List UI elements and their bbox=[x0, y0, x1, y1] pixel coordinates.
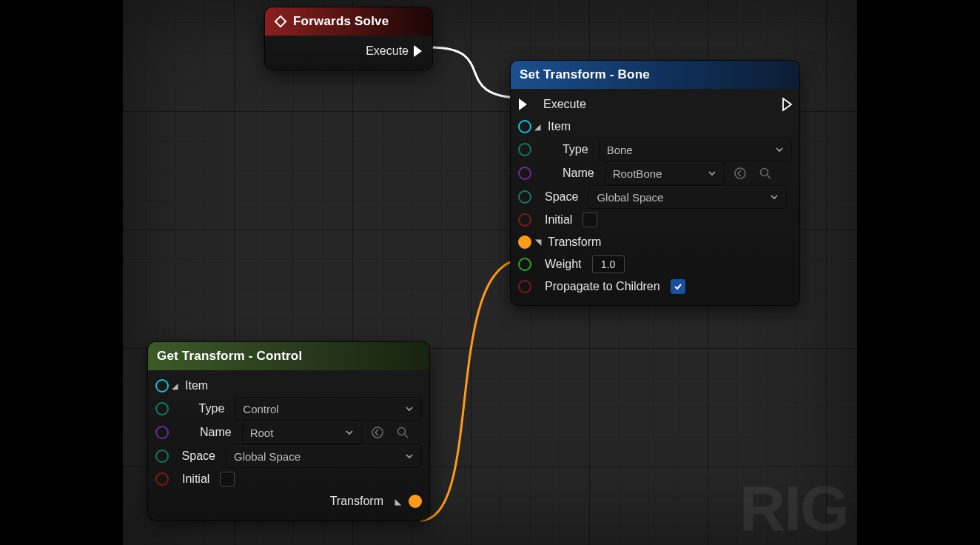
name-dropdown[interactable]: RootBone bbox=[605, 161, 725, 185]
transform-label: Transform bbox=[548, 235, 601, 249]
initial-checkbox[interactable] bbox=[583, 213, 597, 227]
chevron-down-icon bbox=[708, 169, 716, 178]
node-forwards-solve[interactable]: Forwards Solve Execute bbox=[265, 7, 432, 70]
weight-pin[interactable] bbox=[518, 258, 531, 271]
search-icon bbox=[396, 426, 409, 439]
chevron-down-icon bbox=[345, 428, 354, 437]
space-pin[interactable] bbox=[155, 449, 169, 463]
nav-back-button[interactable] bbox=[368, 423, 387, 442]
node-set-transform-bone[interactable]: Set Transform - Bone Execute ◢ Item Ty bbox=[511, 61, 799, 305]
weight-label: Weight bbox=[545, 258, 582, 271]
expand-icon[interactable]: ◢ bbox=[534, 122, 540, 132]
item-pin[interactable] bbox=[518, 120, 531, 133]
propagate-pin[interactable] bbox=[518, 280, 531, 293]
search-icon bbox=[759, 167, 772, 180]
weight-row: Weight 1.0 bbox=[518, 253, 792, 275]
type-dropdown[interactable]: Control bbox=[235, 397, 422, 421]
exec-row: Execute bbox=[518, 93, 792, 116]
transform-out-row: Transform ◢ bbox=[155, 490, 422, 512]
type-pin[interactable] bbox=[518, 143, 531, 156]
name-value: RootBone bbox=[613, 167, 662, 180]
type-value: Control bbox=[243, 403, 278, 415]
type-dropdown[interactable]: Bone bbox=[599, 138, 792, 161]
exec-in-pin[interactable] bbox=[518, 98, 530, 111]
chevron-down-icon bbox=[770, 193, 779, 201]
name-value: Root bbox=[250, 427, 274, 439]
initial-row: Initial bbox=[518, 209, 792, 231]
space-dropdown[interactable]: Global Space bbox=[226, 444, 422, 468]
arrow-left-circle-icon bbox=[734, 167, 747, 180]
watermark: RIG bbox=[739, 472, 848, 545]
space-pin[interactable] bbox=[518, 190, 531, 204]
search-button[interactable] bbox=[393, 423, 412, 442]
node-header[interactable]: Forwards Solve bbox=[265, 7, 432, 36]
initial-label: Initial bbox=[182, 472, 209, 486]
initial-row: Initial bbox=[155, 468, 422, 490]
type-row: Type Bone bbox=[518, 138, 792, 161]
svg-point-5 bbox=[397, 428, 405, 435]
transform-out-pin[interactable] bbox=[409, 495, 422, 508]
expand-icon[interactable]: ◢ bbox=[172, 381, 178, 391]
nav-back-button[interactable] bbox=[731, 164, 750, 183]
transform-row: ◢ Transform bbox=[518, 231, 792, 253]
svg-line-6 bbox=[404, 435, 408, 438]
transform-label: Transform bbox=[330, 495, 383, 508]
initial-pin[interactable] bbox=[518, 213, 531, 227]
type-label: Type bbox=[563, 143, 588, 156]
node-title: Get Transform - Control bbox=[157, 349, 302, 364]
name-label: Name bbox=[563, 167, 594, 180]
initial-pin[interactable] bbox=[155, 472, 169, 486]
chevron-down-icon bbox=[405, 452, 414, 461]
search-button[interactable] bbox=[756, 164, 775, 183]
name-row: Name Root bbox=[155, 421, 422, 444]
node-header[interactable]: Set Transform - Bone bbox=[511, 61, 799, 89]
collapse-icon[interactable]: ◢ bbox=[394, 498, 403, 504]
svg-point-4 bbox=[372, 427, 383, 438]
svg-point-2 bbox=[760, 169, 768, 176]
propagate-label: Propagate to Children bbox=[545, 280, 660, 293]
type-pin[interactable] bbox=[155, 402, 169, 415]
propagate-checkbox[interactable] bbox=[671, 279, 685, 294]
diamond-icon bbox=[274, 15, 287, 28]
name-pin[interactable] bbox=[518, 167, 531, 180]
type-value: Bone bbox=[607, 144, 633, 156]
weight-input[interactable]: 1.0 bbox=[592, 255, 625, 273]
node-header[interactable]: Get Transform - Control bbox=[148, 342, 429, 370]
item-row: ◢ Item bbox=[518, 116, 792, 138]
node-title: Set Transform - Bone bbox=[520, 67, 650, 82]
execute-label: Execute bbox=[366, 44, 409, 58]
expand-icon[interactable]: ◢ bbox=[533, 239, 543, 245]
space-label: Space bbox=[182, 449, 215, 463]
type-row: Type Control bbox=[155, 397, 422, 421]
name-row: Name RootBone bbox=[518, 161, 792, 185]
name-pin[interactable] bbox=[155, 426, 169, 439]
space-value: Global Space bbox=[234, 450, 301, 463]
space-value: Global Space bbox=[597, 191, 663, 204]
transform-pin[interactable] bbox=[518, 235, 531, 249]
space-row: Space Global Space bbox=[155, 444, 422, 468]
svg-point-1 bbox=[735, 168, 745, 178]
chevron-down-icon bbox=[775, 145, 784, 154]
execute-label: Execute bbox=[543, 98, 586, 111]
arrow-left-circle-icon bbox=[371, 426, 384, 439]
exec-out-pin[interactable] bbox=[782, 97, 793, 112]
initial-label: Initial bbox=[545, 213, 572, 227]
item-pin[interactable] bbox=[155, 379, 169, 392]
exec-out-pin[interactable] bbox=[413, 44, 425, 58]
svg-rect-0 bbox=[275, 16, 286, 27]
propagate-row: Propagate to Children bbox=[518, 275, 792, 298]
name-dropdown[interactable]: Root bbox=[242, 421, 362, 444]
node-get-transform-control[interactable]: Get Transform - Control ◢ Item Type Cont… bbox=[148, 342, 429, 520]
exec-out-row[interactable]: Execute bbox=[272, 40, 425, 62]
item-row: ◢ Item bbox=[155, 375, 422, 397]
space-dropdown[interactable]: Global Space bbox=[588, 185, 787, 209]
node-title: Forwards Solve bbox=[293, 14, 389, 29]
item-label: Item bbox=[185, 379, 208, 392]
initial-checkbox[interactable] bbox=[220, 472, 235, 487]
chevron-down-icon bbox=[405, 404, 414, 413]
svg-line-3 bbox=[767, 175, 771, 179]
check-icon bbox=[674, 282, 682, 291]
space-row: Space Global Space bbox=[518, 185, 792, 209]
space-label: Space bbox=[545, 190, 578, 204]
node-graph-canvas[interactable]: Forwards Solve Execute Set Transform - B… bbox=[123, 0, 857, 545]
